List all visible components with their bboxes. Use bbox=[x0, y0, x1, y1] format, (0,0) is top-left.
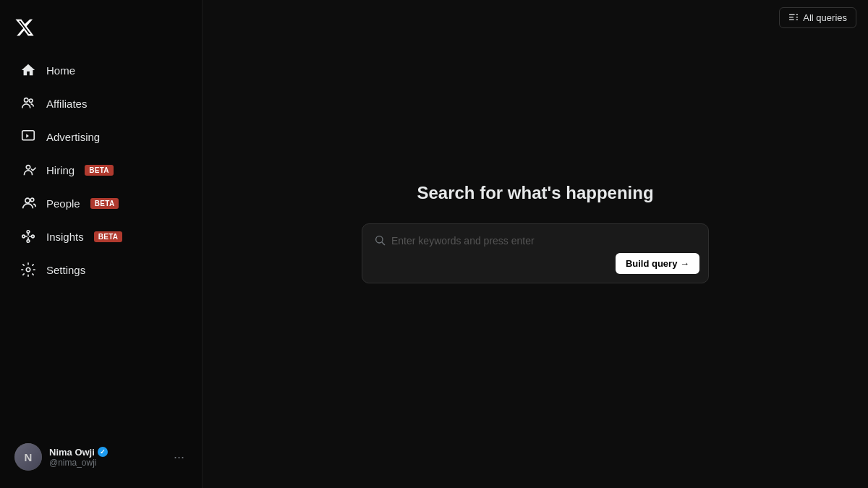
search-area: Search for what's happening Build query … bbox=[203, 35, 868, 488]
svg-point-10 bbox=[26, 267, 30, 272]
svg-rect-12 bbox=[789, 17, 793, 17]
svg-rect-16 bbox=[796, 19, 799, 20]
svg-point-4 bbox=[25, 198, 30, 202]
search-input-row bbox=[374, 234, 697, 248]
sidebar-item-hiring-label: Hiring bbox=[46, 164, 75, 176]
advertising-icon bbox=[20, 129, 36, 145]
avatar-image: N bbox=[14, 443, 42, 471]
search-icon bbox=[374, 234, 386, 248]
affiliates-icon bbox=[20, 95, 36, 111]
svg-rect-11 bbox=[789, 14, 795, 14]
build-query-label: Build query → bbox=[626, 258, 689, 269]
user-section: N Nima Owji ✓ @nima_owji ··· bbox=[0, 435, 202, 479]
search-input[interactable] bbox=[391, 235, 697, 247]
top-bar: All queries bbox=[203, 0, 868, 35]
sidebar-item-people[interactable]: People Beta bbox=[6, 187, 196, 220]
svg-line-18 bbox=[382, 242, 385, 245]
sidebar-item-home-label: Home bbox=[46, 64, 75, 77]
home-icon bbox=[20, 62, 36, 78]
sidebar-item-hiring[interactable]: Hiring Beta bbox=[6, 153, 196, 187]
svg-point-5 bbox=[30, 198, 34, 202]
user-name: Nima Owji ✓ bbox=[49, 447, 163, 458]
svg-rect-2 bbox=[22, 131, 35, 140]
people-beta-badge: Beta bbox=[90, 198, 119, 209]
sidebar-item-settings-label: Settings bbox=[46, 264, 85, 276]
sidebar-item-affiliates[interactable]: Affiliates bbox=[6, 87, 196, 120]
insights-icon bbox=[20, 228, 36, 244]
sidebar-item-affiliates-label: Affiliates bbox=[46, 98, 87, 110]
main-nav: Home Affiliates Advertisin bbox=[0, 53, 202, 286]
logo-area[interactable] bbox=[0, 9, 202, 53]
user-handle: @nima_owji bbox=[49, 458, 163, 468]
settings-icon bbox=[20, 262, 36, 278]
sidebar-item-insights-label: Insights bbox=[46, 231, 84, 243]
search-box: Build query → bbox=[362, 223, 709, 283]
all-queries-button[interactable]: All queries bbox=[779, 7, 856, 28]
svg-point-3 bbox=[26, 166, 30, 170]
build-query-button[interactable]: Build query → bbox=[616, 253, 699, 274]
svg-rect-14 bbox=[796, 14, 799, 14]
queries-icon bbox=[788, 13, 799, 23]
sidebar-item-home[interactable]: Home bbox=[6, 53, 196, 87]
svg-rect-13 bbox=[789, 19, 794, 20]
people-icon bbox=[20, 195, 36, 211]
avatar: N bbox=[14, 443, 42, 471]
verified-icon: ✓ bbox=[98, 447, 108, 457]
sidebar-item-insights[interactable]: Insights Beta bbox=[6, 220, 196, 253]
sidebar-item-people-label: People bbox=[46, 197, 80, 210]
user-more-button[interactable]: ··· bbox=[171, 447, 187, 468]
sidebar: Home Affiliates Advertisin bbox=[0, 0, 203, 488]
x-logo-icon bbox=[14, 17, 35, 38]
hiring-icon bbox=[20, 162, 36, 178]
sidebar-item-settings[interactable]: Settings bbox=[6, 253, 196, 286]
main-content: All queries Search for what's happening … bbox=[203, 0, 868, 488]
hiring-beta-badge: Beta bbox=[85, 165, 114, 176]
svg-point-1 bbox=[29, 99, 33, 103]
user-info: Nima Owji ✓ @nima_owji bbox=[49, 447, 163, 468]
insights-beta-badge: Beta bbox=[94, 231, 123, 242]
svg-point-0 bbox=[25, 98, 29, 103]
sidebar-item-advertising-label: Advertising bbox=[46, 131, 100, 143]
sidebar-item-advertising[interactable]: Advertising bbox=[6, 120, 196, 153]
search-title: Search for what's happening bbox=[417, 183, 653, 203]
svg-rect-15 bbox=[796, 17, 799, 17]
all-queries-label: All queries bbox=[803, 12, 847, 23]
